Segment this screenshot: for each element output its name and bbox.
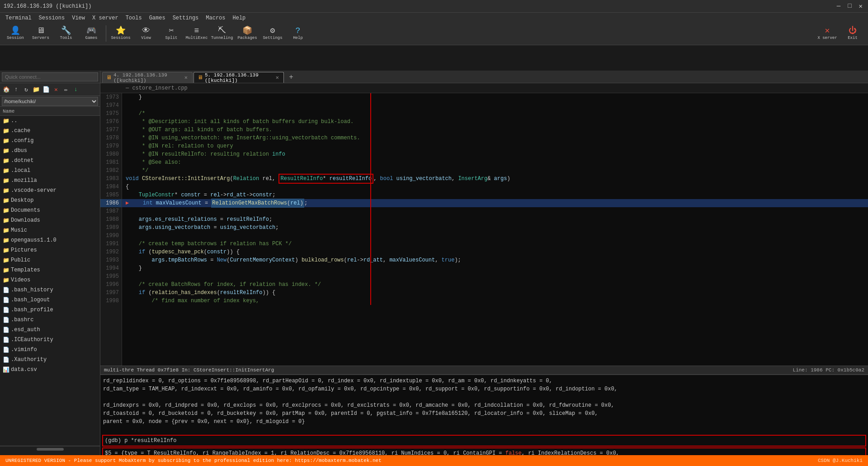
quick-connect-input[interactable] [2, 72, 98, 81]
panel-refresh-btn[interactable]: ↻ [22, 85, 31, 94]
session-icon: 👤 [10, 27, 20, 35]
terminal-area: — cstore_insert.cpp 1973 1974 1975 1976 … [100, 83, 868, 466]
view-icon: 👁 [142, 27, 150, 35]
tab-4[interactable]: 🖥 4. 192.168.136.139 ([kuchiki]) ✕ [102, 72, 193, 83]
code-line-1973: } [122, 93, 868, 101]
code-line-1979: * @IN rel: relation to query [122, 142, 868, 150]
code-line-1978: * @IN using_vectorbatch: see InsertArg::… [122, 134, 868, 142]
tree-item-bash-history[interactable]: 📄 .bash_history [0, 285, 100, 295]
tree-item-music[interactable]: 📁 Music [0, 225, 100, 235]
tree-item-opengauss[interactable]: 📁 opengauss1.1.0 [0, 235, 100, 245]
code-line-1989: args.using_vectorbatch = using_vectorbat… [122, 223, 868, 232]
tree-item-datacsv[interactable]: 📊 data.csv [0, 365, 100, 375]
tool-games[interactable]: 🎮 Games [80, 24, 103, 43]
window-controls[interactable]: — □ ✕ [835, 2, 864, 10]
tree-item-xauthority[interactable]: 📄 .Xauthority [0, 355, 100, 365]
minimize-btn[interactable]: — [835, 2, 842, 10]
tree-item-documents[interactable]: 📁 Documents [0, 205, 100, 215]
tree-item-bash-profile[interactable]: 📄 .bash_profile [0, 305, 100, 315]
line-1984: 1984 [100, 183, 122, 191]
tree-item-iceauthority[interactable]: 📄 .ICEauthority [0, 335, 100, 345]
folder-icon: 📁 [3, 128, 9, 134]
quick-connect-bar [0, 71, 100, 83]
tab-5-close[interactable]: ✕ [275, 74, 280, 81]
tab-4-close[interactable]: ✕ [184, 74, 189, 81]
tree-item-public[interactable]: 📁 Public [0, 255, 100, 265]
tree-item-bashrc[interactable]: 📄 .bashrc [0, 315, 100, 325]
close-btn[interactable]: ✕ [857, 2, 864, 10]
tree-item-bash-logout[interactable]: 📄 .bash_logout [0, 295, 100, 305]
tab-4-label: 4. 192.168.136.139 ([kuchiki]) [113, 72, 182, 83]
tool-settings[interactable]: ⚙ Settings [261, 24, 284, 43]
panel-new-folder-btn[interactable]: 📁 [32, 85, 41, 94]
panel-new-file-btn[interactable]: 📄 [42, 85, 51, 94]
servers-icon: 🖥 [37, 27, 45, 35]
folder-icon: 📁 [3, 267, 9, 274]
panel-delete-btn[interactable]: ✕ [52, 85, 61, 94]
tool-exit[interactable]: ⏻ Exit [841, 24, 864, 43]
tree-item-parent[interactable]: 📁 .. [0, 116, 100, 126]
panel-download-btn[interactable]: ↓ [71, 85, 80, 94]
path-bar: /home/kuchiki/ [0, 96, 100, 107]
line-1973: 1973 [100, 93, 122, 101]
tool-view[interactable]: 👁 View [134, 24, 158, 43]
maximize-btn[interactable]: □ [846, 2, 853, 10]
tool-packages[interactable]: 📦 Packages [236, 24, 259, 43]
tree-item-dbus[interactable]: 📁 .dbus [0, 146, 100, 156]
tree-item-desktop[interactable]: 📁 Desktop [0, 195, 100, 205]
tool-xserver[interactable]: ✕ X server [816, 24, 839, 43]
panel-scrollbar[interactable] [0, 446, 100, 452]
tree-item-cache[interactable]: 📁 .cache [0, 126, 100, 136]
status-bar: multi-thre Thread 0x7f1e8 In: CStoreInse… [100, 366, 868, 375]
help-icon: ? [296, 27, 301, 35]
tool-help[interactable]: ? Help [286, 24, 310, 43]
multiexec-icon: ≡ [194, 27, 199, 35]
panel-up-btn[interactable]: ↑ [12, 85, 21, 94]
tree-item-vscode[interactable]: 📁 .vscode-server [0, 185, 100, 195]
tree-item-dotnet[interactable]: 📁 .dotnet [0, 156, 100, 166]
tools-icon: 🔧 [61, 27, 71, 35]
code-line-1995 [122, 272, 868, 281]
tree-item-downloads[interactable]: 📁 Downloads [0, 215, 100, 225]
add-tab-btn[interactable]: + [286, 72, 297, 83]
tool-tools[interactable]: 🔧 Tools [54, 24, 78, 43]
tool-split[interactable]: ✂ Split [160, 24, 183, 43]
tool-sessions[interactable]: ⭐ Sessions [109, 24, 132, 43]
folder-icon: 📁 [3, 118, 9, 124]
left-panel: 🏠 ↑ ↻ 📁 📄 ✕ ✏ ↓ /home/kuchiki/ Name 📁 [0, 71, 100, 466]
code-line-1976: * @Description: init all kinds of batch … [122, 118, 868, 126]
code-line-1991: /* create temp batchrows if relation has… [122, 240, 868, 248]
tree-item-pictures[interactable]: 📁 Pictures [0, 245, 100, 255]
tree-item-esd-auth[interactable]: 📄 .esd_auth [0, 325, 100, 335]
csv-icon: 📊 [3, 366, 9, 373]
tool-session[interactable]: 👤 Session [4, 24, 27, 43]
split-icon: ✂ [169, 27, 174, 35]
code-line-1982: */ [122, 166, 868, 175]
code-content[interactable]: } /* * @Description: init all kinds of b… [122, 93, 868, 366]
tree-item-config[interactable]: 📁 .config [0, 136, 100, 146]
tab-5[interactable]: 🖥 5. 192.168.136.139 ([kuchiki]) ✕ [193, 72, 284, 83]
tree-item-mozilla[interactable]: 📁 .mozilla [0, 176, 100, 185]
panel-home-btn[interactable]: 🏠 [2, 85, 11, 94]
file-tree[interactable]: 📁 .. 📁 .cache 📁 .config 📁 .dbus 📁 .dotne… [0, 116, 100, 446]
debug-panel[interactable]: rd_replidindex = 0, rd_options = 0x7f1e8… [100, 375, 868, 466]
panel-rename-btn[interactable]: ✏ [61, 85, 71, 94]
debug-line-5: rd_toastoid = 0, rd_bucketoid = 0, rd_bu… [102, 409, 866, 418]
debug-line-4: rd_indexprs = 0x0, rd_indpred = 0x0, rd_… [102, 401, 866, 409]
tree-item-local[interactable]: 📁 .local [0, 166, 100, 176]
path-select[interactable]: /home/kuchiki/ [2, 97, 98, 106]
line-1990: 1990 [100, 232, 122, 240]
tree-item-videos[interactable]: 📁 Videos [0, 275, 100, 285]
tree-item-templates[interactable]: 📁 Templates [0, 265, 100, 275]
tool-servers[interactable]: 🖥 Servers [29, 24, 52, 43]
tab-icon: 🖥 [106, 74, 112, 81]
window-title: 192.168.136.139 ([kuchiki]) [4, 3, 91, 10]
status-right: Line: 1986 PC: 0x1b5c0a2 [793, 367, 864, 373]
tool-tunneling[interactable]: ⛏ Tunneling [210, 24, 234, 43]
folder-icon: 📁 [3, 207, 9, 214]
tree-item-viminfo[interactable]: 📄 .viminfo [0, 345, 100, 355]
tool-multiexec[interactable]: ≡ MultiExec [185, 24, 208, 43]
code-line-1977: * @OUT args: all kinds of batch buffers. [122, 126, 868, 134]
folder-icon: 📁 [3, 247, 9, 254]
status-left: multi-thre Thread 0x7f1e8 In: CStoreInse… [104, 367, 793, 373]
